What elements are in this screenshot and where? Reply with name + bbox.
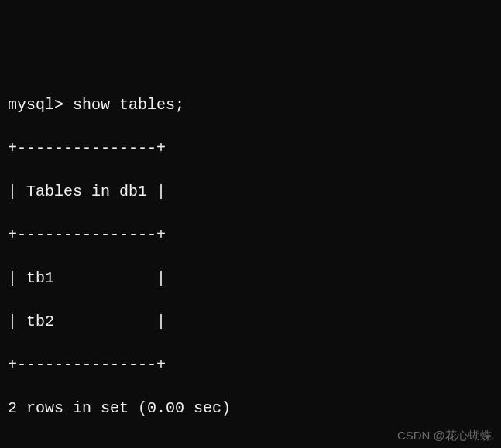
result-summary: 2 rows in set (0.00 sec) [8,398,493,419]
table-border: +---------------+ [8,138,493,159]
prompt-line: mysql> show tables; [8,94,493,116]
table-header: | Tables_in_db1 | [8,181,493,203]
table-row: | tb2 | [8,311,493,333]
watermark: CSDN @花心蝴蝶. [397,427,495,443]
table-border: +---------------+ [8,224,493,246]
table-border: +---------------+ [8,354,493,376]
table-row: | tb1 | [8,268,493,289]
